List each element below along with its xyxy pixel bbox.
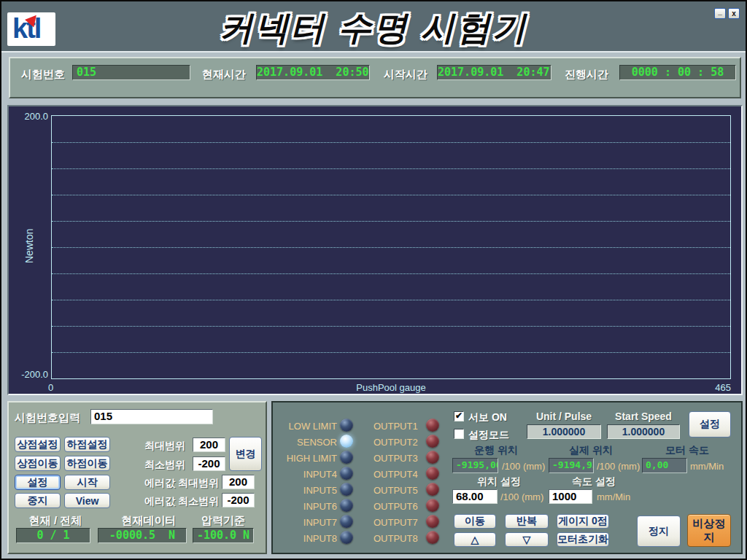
- actual-position-label: 실제 위치: [562, 444, 620, 457]
- plot-area: [51, 115, 731, 379]
- speed-set-input[interactable]: 1000: [549, 489, 592, 504]
- max-range-input[interactable]: 200: [193, 438, 225, 452]
- lower-move-button[interactable]: 하점이동: [64, 456, 110, 471]
- start-speed-label: Start Speed: [605, 411, 681, 422]
- gridline: [52, 352, 730, 353]
- start-time-label: 시작시간: [384, 68, 427, 82]
- x-axis-label: PushPool gauge: [51, 382, 731, 393]
- run-position-value: -9195,00: [452, 458, 498, 473]
- error-max-range-input[interactable]: 200: [222, 475, 255, 489]
- start-speed-value[interactable]: 1.000000: [607, 424, 680, 439]
- actual-position-unit: /100 (mm): [597, 461, 640, 472]
- close-button[interactable]: x: [728, 8, 740, 19]
- input-led: [340, 451, 353, 464]
- gridline: [52, 326, 730, 327]
- motor-speed-value: 0,00: [642, 458, 687, 473]
- output-led: [426, 435, 439, 448]
- error-min-range-label: 에러값 최소범위: [144, 495, 219, 508]
- change-button[interactable]: 변경: [229, 437, 262, 471]
- output-led-label: OUTPUT8: [374, 533, 418, 544]
- error-min-range-input[interactable]: -200: [222, 493, 255, 508]
- current-data-value: -0000.5 N: [98, 528, 187, 543]
- output-led: [426, 451, 439, 464]
- elapsed-time-label: 진행시간: [565, 68, 608, 82]
- y-axis-min-tick: -200.0: [12, 369, 48, 380]
- input-led-label: INPUT8: [279, 533, 337, 544]
- output-led-label: OUTPUT5: [374, 485, 418, 496]
- output-led-label: OUTPUT4: [374, 469, 418, 480]
- output-led: [426, 531, 439, 544]
- speed-set-unit: mm/Min: [597, 491, 630, 502]
- gauge-zero-button[interactable]: 게이지 0점: [557, 514, 609, 529]
- setting-button[interactable]: 설정: [15, 475, 61, 490]
- move-button[interactable]: 이동: [454, 514, 496, 529]
- output-led-label: OUTPUT7: [374, 517, 418, 528]
- input-led: [340, 419, 353, 432]
- input-led-label: INPUT7: [279, 517, 337, 528]
- view-button[interactable]: View: [64, 493, 110, 508]
- input-led: [340, 483, 353, 496]
- output-led: [426, 467, 439, 480]
- y-axis-label: Newton: [23, 229, 35, 263]
- jog-down-button[interactable]: ▽: [505, 532, 549, 547]
- window-controls: _ x: [714, 8, 740, 19]
- current-time-value: 2017.09.01 20:50:53: [256, 65, 370, 80]
- halt-button[interactable]: 정지: [637, 516, 681, 547]
- upper-set-button[interactable]: 상점설정: [15, 437, 61, 452]
- input-led: [340, 467, 353, 480]
- position-set-unit: /100 (mm): [500, 491, 543, 502]
- servo-on-checkbox[interactable]: [454, 411, 464, 421]
- input-led-label: INPUT5: [279, 485, 337, 496]
- y-axis-max-tick: 200.0: [15, 111, 48, 122]
- output-led: [426, 419, 439, 432]
- input-led-label: INPUT4: [279, 469, 337, 480]
- output-led: [426, 483, 439, 496]
- current-data-label: 현재데이터: [111, 514, 187, 528]
- setting-mode-checkbox[interactable]: [454, 429, 464, 439]
- motor-init-button[interactable]: 모터초기화: [557, 532, 609, 547]
- position-set-input[interactable]: 68.00: [452, 489, 498, 504]
- unit-pulse-label: Unit / Pulse: [527, 411, 601, 422]
- servo-set-button[interactable]: 설정: [689, 411, 731, 438]
- stop-button[interactable]: 중지: [15, 493, 61, 508]
- setting-mode-label: 설정모드: [468, 429, 509, 442]
- title-bar: ktl 커넥터 수명 시험기 _ x: [1, 1, 746, 52]
- test-number-label: 시험번호: [21, 68, 65, 82]
- output-led: [426, 515, 439, 528]
- input-led-label: SENSOR: [279, 437, 337, 448]
- input-led-label: LOW LIMIT: [279, 421, 337, 432]
- x-axis-max-tick: 465: [687, 382, 731, 393]
- pressure-ref-label: 압력기준: [193, 514, 254, 528]
- input-led: [340, 499, 353, 512]
- jog-up-button[interactable]: △: [454, 532, 496, 547]
- test-number-input-label: 시험번호입력: [15, 411, 80, 425]
- run-position-unit: /100 (mm): [502, 461, 545, 472]
- actual-position-value: -9194,93: [549, 458, 594, 473]
- input-led-label: INPUT6: [279, 501, 337, 512]
- test-number-value: 015: [72, 65, 190, 80]
- run-position-label: 운행 위치: [467, 444, 525, 457]
- gridline: [52, 221, 730, 222]
- input-led: [340, 515, 353, 528]
- emergency-stop-button[interactable]: 비상정지: [687, 514, 731, 547]
- page-title: 커넥터 수명 시험기: [1, 6, 746, 51]
- input-led: [340, 435, 353, 448]
- output-led: [426, 499, 439, 512]
- input-led: [340, 531, 353, 544]
- output-led-label: OUTPUT6: [374, 501, 418, 512]
- error-max-range-label: 에러값 최대범위: [144, 477, 219, 490]
- minimize-button[interactable]: _: [714, 8, 726, 19]
- test-number-input[interactable]: 015: [90, 409, 213, 424]
- elapsed-time-value: 0000 : 00 : 58: [619, 65, 736, 80]
- min-range-input[interactable]: -200: [193, 456, 225, 471]
- motor-speed-unit: mm/Min: [690, 461, 724, 472]
- io-motor-panel: LOW LIMIT SENSOR HIGH LIMIT INPUT4 INPUT…: [271, 401, 743, 554]
- upper-move-button[interactable]: 상점이동: [15, 456, 61, 471]
- start-button[interactable]: 시작: [64, 475, 110, 490]
- pressure-ref-value: -100.0 N: [193, 528, 254, 543]
- lower-set-button[interactable]: 하점설정: [64, 437, 110, 452]
- unit-pulse-value[interactable]: 1.000000: [527, 424, 601, 439]
- current-time-label: 현재시간: [202, 68, 246, 82]
- gridline: [52, 168, 730, 169]
- repeat-button[interactable]: 반복: [505, 514, 549, 529]
